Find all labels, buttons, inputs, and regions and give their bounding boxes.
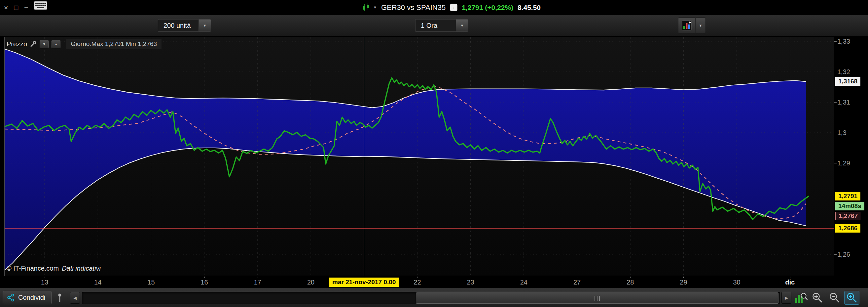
window-controls: × □ − bbox=[4, 0, 47, 15]
y-axis-label: 1,31 bbox=[837, 98, 850, 107]
x-axis-label: 28 bbox=[617, 279, 643, 286]
chevron-down-icon: ▼ bbox=[460, 24, 464, 27]
bollinger-band-fill bbox=[5, 49, 806, 270]
collapse-icon: ▼ bbox=[42, 43, 46, 46]
x-axis-label: 23 bbox=[458, 279, 484, 286]
minimize-button[interactable]: − bbox=[24, 0, 28, 15]
x-axis-label: 20 bbox=[298, 279, 324, 286]
info-button[interactable]: i bbox=[450, 4, 458, 11]
x-axis-label: 27 bbox=[564, 279, 590, 286]
scroll-left-button[interactable]: ◀ bbox=[70, 292, 80, 304]
toolbar: 200 unità ▼ 1 Ora ▼ ▼ bbox=[0, 15, 868, 36]
price-panel-header: Prezzo ▼ ▲ Giorno:Max 1,2791 Min 1,2763 bbox=[7, 39, 161, 49]
indicative-data-note: Dati indicativi bbox=[62, 264, 101, 272]
x-axis-label: dic bbox=[777, 279, 803, 286]
trading-platform-window: × □ − bbox=[0, 0, 868, 307]
keyboard-icon bbox=[34, 1, 47, 10]
chart-style-icon bbox=[682, 21, 692, 30]
zoom-out-button[interactable] bbox=[827, 291, 842, 305]
price-panel: Prezzo ▼ ▲ Giorno:Max 1,2791 Min 1,2763 … bbox=[4, 37, 834, 276]
zoom-out-icon bbox=[829, 292, 841, 304]
countdown-flag: 14m08s bbox=[835, 202, 864, 211]
panel-title: Prezzo bbox=[7, 40, 27, 48]
clock: 8.45.50 bbox=[518, 4, 541, 11]
fit-zoom-button[interactable] bbox=[793, 291, 809, 305]
pin-icon bbox=[56, 293, 63, 303]
chevron-down-icon: ▼ bbox=[203, 24, 207, 27]
titlebar: × □ − bbox=[0, 0, 868, 15]
x-axis-label: 24 bbox=[510, 279, 537, 286]
chevron-down-icon: ▼ bbox=[373, 0, 377, 15]
ma-value-flag: 1,2767 bbox=[835, 212, 861, 220]
minimize-icon: − bbox=[24, 4, 28, 11]
y-axis-label: 1,3 bbox=[837, 128, 846, 137]
y-axis-label: 1,29 bbox=[837, 159, 850, 167]
x-axis-label: 29 bbox=[670, 279, 696, 286]
close-button[interactable]: × bbox=[4, 0, 8, 15]
chart-plot[interactable] bbox=[5, 37, 834, 276]
zoom-in-button[interactable] bbox=[844, 291, 860, 305]
maximize-icon: □ bbox=[14, 4, 18, 11]
zoom-selection-icon bbox=[811, 292, 824, 304]
timeframe-dropdown[interactable]: 1 Ora ▼ bbox=[415, 19, 468, 32]
candlestick-icon bbox=[362, 3, 371, 12]
zoom-box-button[interactable] bbox=[810, 291, 825, 305]
expand-panel-button[interactable]: ▲ bbox=[52, 40, 60, 48]
expand-icon: ▲ bbox=[55, 43, 58, 46]
statusbar: Condividi ◀ ▶ bbox=[0, 288, 868, 307]
x-axis-label: 22 bbox=[404, 279, 430, 286]
zoom-in-icon bbox=[846, 292, 858, 304]
crosshair-date-flag: mar 21-nov-2017 0.00 bbox=[329, 278, 399, 287]
keyboard-button[interactable] bbox=[34, 0, 47, 15]
last-price-flag: 1,2791 bbox=[835, 192, 860, 200]
x-axis-label: 17 bbox=[244, 279, 271, 286]
symbol-title: GER30 vs SPAIN35 bbox=[381, 3, 445, 12]
band-end-flag: 1,3168 bbox=[835, 77, 860, 86]
copyright-text: © IT-Finance.com bbox=[7, 264, 59, 272]
y-axis-label: 1,26 bbox=[837, 250, 850, 259]
maximize-button[interactable]: □ bbox=[14, 0, 18, 15]
symbol-header: ▼ GER30 vs SPAIN35 i 1,2791 (+0,22%) 8.4… bbox=[362, 0, 541, 15]
units-dropdown[interactable]: 200 unità ▼ bbox=[158, 19, 211, 32]
x-axis-label: 14 bbox=[85, 279, 111, 286]
chevron-down-icon: ▼ bbox=[699, 24, 703, 27]
chart-area: Prezzo ▼ ▲ Giorno:Max 1,2791 Min 1,2763 … bbox=[0, 36, 868, 288]
scrollbar-thumb[interactable] bbox=[416, 292, 778, 304]
share-button-label: Condividi bbox=[18, 294, 45, 301]
share-icon bbox=[7, 294, 15, 302]
units-dropdown-value: 200 unità bbox=[158, 19, 198, 32]
thumb-grip-icon bbox=[597, 296, 597, 301]
close-icon: × bbox=[4, 4, 8, 11]
y-axis-label: 1,33 bbox=[837, 37, 850, 46]
symbol-selector[interactable]: ▼ bbox=[362, 0, 377, 15]
fit-chart-icon bbox=[794, 292, 808, 304]
last-quote: 1,2791 (+0,22%) bbox=[462, 4, 513, 11]
collapse-panel-button[interactable]: ▼ bbox=[40, 40, 49, 48]
right-arrow-icon: ▶ bbox=[785, 296, 788, 300]
alert-price-flag: 1,2686 bbox=[835, 224, 860, 232]
share-button[interactable]: Condividi bbox=[3, 291, 52, 304]
y-axis-label: 1,32 bbox=[837, 67, 850, 76]
scrollbar-track[interactable] bbox=[82, 292, 780, 304]
scroll-right-button[interactable]: ▶ bbox=[781, 292, 792, 304]
x-axis-label: 30 bbox=[724, 279, 750, 286]
chart-style-button[interactable]: ▼ bbox=[678, 18, 706, 33]
left-arrow-icon: ◀ bbox=[73, 296, 76, 300]
copyright-watermark: © IT-Finance.comDati indicativi bbox=[7, 264, 101, 272]
x-axis-label: 16 bbox=[191, 279, 218, 286]
timeframe-dropdown-value: 1 Ora bbox=[415, 19, 456, 32]
day-range-info: Giorno:Max 1,2791 Min 1,2763 bbox=[66, 39, 161, 49]
pin-tool-button[interactable] bbox=[54, 292, 66, 304]
info-icon: i bbox=[453, 5, 455, 10]
wrench-icon[interactable] bbox=[30, 41, 37, 47]
x-axis-label: 15 bbox=[138, 279, 164, 286]
x-axis-label: 13 bbox=[31, 279, 58, 286]
